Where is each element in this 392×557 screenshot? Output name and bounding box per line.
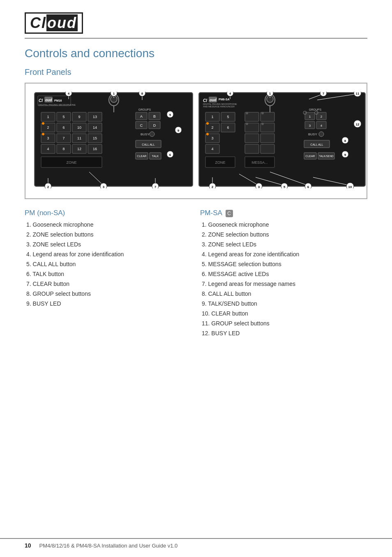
list-item: 5. CALL ALL button [25,261,192,267]
svg-text:3: 3 [211,136,213,140]
pm-non-sa-list: 1. Gooseneck microphone 2. ZONE selectio… [25,221,192,307]
svg-point-20 [42,122,44,125]
svg-rect-119 [245,144,259,153]
svg-text:2: 2 [212,185,214,188]
svg-text:1: 1 [309,115,311,118]
svg-text:1: 1 [113,92,115,95]
svg-text:7: 7 [323,92,325,95]
pm-sa-column: PM-SA C 1. Gooseneck microphone 2. ZONE … [200,209,367,340]
svg-text:6: 6 [307,185,309,188]
svg-text:5: 5 [284,185,286,188]
svg-text:oud: oud [210,98,217,102]
brand-logo: Cloud [25,12,83,34]
svg-text:CALL ALL: CALL ALL [142,143,154,146]
svg-text:Cl: Cl [203,98,207,103]
list-item: 11. GROUP select buttons [200,320,367,327]
svg-text:8: 8 [62,147,65,151]
svg-text:3: 3 [47,136,49,140]
svg-text:9: 9 [78,115,80,119]
svg-text:6: 6 [227,125,229,130]
list-item: 2. ZONE selection buttons [25,231,192,238]
svg-point-139 [319,132,324,137]
svg-text:2: 2 [47,185,49,188]
svg-text:11: 11 [77,136,81,140]
svg-text:CLEAR: CLEAR [305,155,315,158]
list-item: 5. MESSAGE selection buttons [200,261,367,267]
svg-text:2: 2 [211,125,213,130]
svg-text:9: 9 [178,129,180,132]
list-item: 1. Gooseneck microphone [25,221,192,228]
pm-sa-icon: C [226,210,233,217]
list-item: 1. Gooseneck microphone [200,221,367,228]
pm8sa-diagram: Cl oud PM8-SA DIGITAL PAGING MICROPHONE … [198,92,367,190]
svg-text:ZONE: ZONE [66,160,76,165]
svg-text:oud: oud [45,98,52,102]
list-item: 9. TALK/SEND button [200,300,367,307]
svg-text:Cl: Cl [39,98,43,103]
svg-text:11: 11 [356,92,360,95]
pm8sa-svg: Cl oud PM8-SA DIGITAL PAGING MICROPHONE … [198,92,367,188]
page-title: Controls and connections [25,47,367,60]
svg-text:8: 8 [141,92,143,95]
svg-text:7: 7 [154,185,157,188]
svg-text:4: 4 [321,124,323,128]
svg-text:GROUPS: GROUPS [138,108,151,111]
logo-container: Cloud [25,12,83,34]
pm16-svg: Cl oud PM16 DIGITAL PAGING MICROPHONE 1 … [34,92,194,188]
svg-point-122 [261,112,264,114]
svg-text:TALK: TALK [152,155,159,158]
svg-text:8: 8 [344,139,346,143]
list-item: 4. Legend areas for zone identification [200,251,367,258]
pm16-diagram: Cl oud PM16 DIGITAL PAGING MICROPHONE 1 … [34,92,194,190]
svg-text:A: A [140,114,143,118]
svg-point-121 [246,112,248,114]
svg-text:2: 2 [47,125,49,130]
svg-point-29 [42,133,44,135]
pm-non-sa-title: PM (non-SA) [25,209,192,217]
svg-text:3: 3 [258,185,260,188]
front-panels-title: Front Panels [25,67,367,77]
svg-rect-117 [245,134,259,143]
svg-text:PM8-SA: PM8-SA [219,98,229,101]
svg-text:DIGITAL PAGING MICROPHONE: DIGITAL PAGING MICROPHONE [39,104,76,106]
svg-text:D: D [153,123,156,128]
svg-text:12: 12 [77,147,81,151]
svg-text:1: 1 [211,115,213,119]
svg-rect-118 [261,134,274,143]
lists-section: PM (non-SA) 1. Gooseneck microphone 2. Z… [25,209,367,340]
svg-text:6: 6 [62,125,65,130]
svg-text:1: 1 [269,92,271,95]
page-header: Cloud [25,12,367,39]
svg-text:MESSA...: MESSA... [251,160,267,165]
list-item: 9. BUSY LED [25,300,192,307]
svg-text:4: 4 [47,147,49,151]
svg-text:AND MESSAGE ANNOUNCER: AND MESSAGE ANNOUNCER [203,105,235,108]
pm-non-sa-column: PM (non-SA) 1. Gooseneck microphone 2. Z… [25,209,192,340]
svg-text:ZONE: ZONE [215,160,225,165]
svg-text:5: 5 [227,115,229,119]
svg-text:5: 5 [169,113,171,117]
list-item: 7. Legend areas for message names [200,281,367,287]
svg-text:16: 16 [93,147,97,151]
svg-text:7: 7 [62,136,65,140]
svg-text:B: B [153,114,156,118]
svg-text:GROUPS: GROUPS [309,108,322,111]
svg-text:15: 15 [93,136,97,140]
list-item: 3. ZONE select LEDs [25,241,192,248]
list-item: 10. CLEAR button [200,310,367,317]
list-item: 12. BUSY LED [200,330,367,337]
svg-text:9: 9 [344,153,346,157]
svg-text:4: 4 [68,92,70,95]
svg-point-103 [206,122,209,125]
svg-point-124 [261,123,264,125]
list-item: 6. MESSAGE active LEDs [200,271,367,277]
list-item: 8. GROUP select buttons [25,290,192,297]
list-item: 4. Legend areas for zone identification [25,251,192,258]
svg-text:PM16: PM16 [54,99,62,102]
svg-point-108 [206,133,209,135]
svg-text:13: 13 [93,115,97,119]
svg-text:6: 6 [169,153,171,157]
svg-text:3: 3 [103,185,105,188]
svg-text:4: 4 [211,147,213,151]
svg-text:10: 10 [348,185,352,188]
